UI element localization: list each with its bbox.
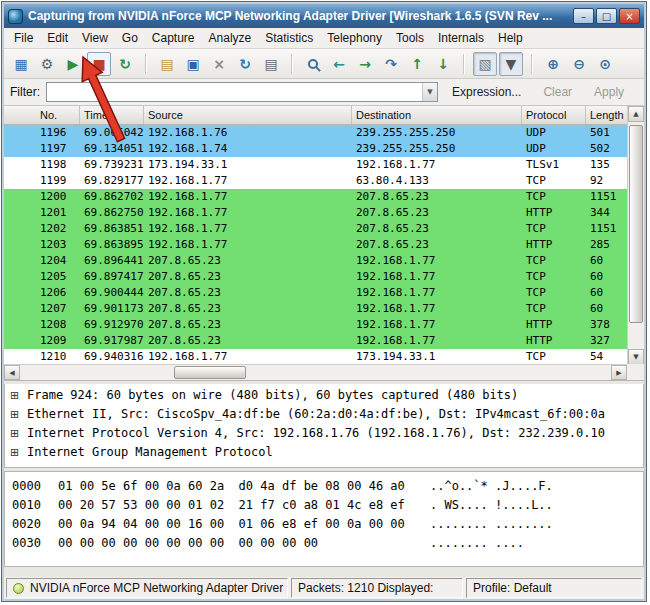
packet-row[interactable]: 120769.901173207.8.65.23192.168.1.77TCP6… [4,301,627,317]
menu-go[interactable]: Go [115,28,145,48]
window-title: Capturing from NVIDIA nForce MCP Network… [28,9,568,23]
horizontal-scrollbar-thumb[interactable] [174,366,246,379]
packet-list: No.TimeSourceDestinationProtocolLength 1… [4,106,644,381]
maximize-button[interactable]: □ [596,8,617,24]
packet-row[interactable]: 120869.912970207.8.65.23192.168.1.77HTTP… [4,317,627,333]
reload-capture-file-button[interactable]: ↻ [233,52,257,76]
packet-row[interactable]: 121069.940316192.168.1.77173.194.33.1TCP… [4,349,627,365]
cell-destination: 207.8.65.23 [352,205,522,221]
capture-options-button[interactable]: ⚙ [35,52,59,76]
title-bar[interactable]: Capturing from NVIDIA nForce MCP Network… [4,4,644,28]
go-to-top-button[interactable]: ↑ [405,52,429,76]
cell-time: 69.863851 [80,221,144,237]
save-capture-file-button[interactable]: ▣ [181,52,205,76]
minimize-button[interactable]: – [573,8,594,24]
scroll-down-icon[interactable]: ▼ [628,349,644,365]
go-back-button[interactable]: ← [327,52,351,76]
toolbar-separator [463,54,465,74]
filter-combo[interactable]: ▼ [46,82,438,102]
go-forward-button[interactable]: → [353,52,377,76]
apply-button[interactable]: Apply [586,83,632,101]
vertical-scrollbar-thumb[interactable] [629,125,643,323]
packet-row[interactable]: 119669.066042192.168.1.76239.255.255.250… [4,125,627,141]
column-header-protocol[interactable]: Protocol [522,106,586,124]
zoom-100-button[interactable]: ⊙ [593,52,617,76]
find-packet-button[interactable] [301,52,325,76]
go-to-packet-button[interactable]: ↷ [379,52,403,76]
packet-row[interactable]: 120669.900444207.8.65.23192.168.1.77TCP6… [4,285,627,301]
zoom-in-button[interactable]: ⊕ [541,52,565,76]
cell-no: 1204 [4,253,80,269]
packet-row[interactable]: 120369.863895192.168.1.77207.8.65.23HTTP… [4,237,627,253]
cell-destination: 63.80.4.133 [352,173,522,189]
expander-icon[interactable]: ⊞ [10,405,23,424]
menu-tools[interactable]: Tools [389,28,431,48]
hex-row[interactable]: 000001 00 5e 6f 00 0a 60 2a d0 4a df be … [12,477,636,496]
column-header-time[interactable]: Time [80,106,144,124]
expander-icon[interactable]: ⊞ [10,386,23,405]
menu-capture[interactable]: Capture [145,28,202,48]
clear-button[interactable]: Clear [535,83,580,101]
detail-line[interactable]: ⊞Ethernet II, Src: CiscoSpv_4a:df:be (60… [10,405,638,424]
column-header-source[interactable]: Source [144,106,352,124]
stop-capture-button[interactable]: ■ [87,52,111,76]
expander-icon[interactable]: ⊞ [10,424,23,443]
hex-offset: 0010 [12,496,58,515]
vertical-scrollbar[interactable]: ▲ ▼ [627,106,644,365]
close-capture-file-icon: × [213,57,225,71]
menu-help[interactable]: Help [491,28,530,48]
close-button[interactable]: × [619,8,640,24]
detail-line[interactable]: ⊞Internet Group Management Protocol [10,443,638,462]
menu-internals[interactable]: Internals [431,28,491,48]
menu-telephony[interactable]: Telephony [320,28,389,48]
auto-scroll-in-live-capture-button[interactable]: ▼ [499,52,523,76]
colorize-packet-list-button[interactable]: ▧ [473,52,497,76]
menu-edit[interactable]: Edit [40,28,75,48]
packet-row[interactable]: 120469.896441207.8.65.23192.168.1.77TCP6… [4,253,627,269]
capture-options-icon: ⚙ [41,57,54,71]
scroll-right-icon[interactable]: ▶ [611,365,627,380]
restart-capture-button[interactable]: ↻ [113,52,137,76]
detail-line[interactable]: ⊞Internet Protocol Version 4, Src: 192.1… [10,424,638,443]
list-interfaces-button[interactable]: ▦ [9,52,33,76]
scroll-left-icon[interactable]: ◀ [4,365,20,380]
column-header-no[interactable]: No. [4,106,80,124]
cell-time: 69.066042 [80,125,144,141]
packet-row[interactable]: 120969.917987207.8.65.23192.168.1.77HTTP… [4,333,627,349]
cell-protocol: TCP [522,349,586,365]
expander-icon[interactable]: ⊞ [10,443,23,462]
packet-row[interactable]: 120169.862750192.168.1.77207.8.65.23HTTP… [4,205,627,221]
packet-row[interactable]: 120569.897417207.8.65.23192.168.1.77TCP6… [4,269,627,285]
hex-row[interactable]: 001000 20 57 53 00 00 01 02 21 f7 c0 a8 … [12,496,636,515]
column-header-destination[interactable]: Destination [352,106,522,124]
cell-destination: 192.168.1.77 [352,317,522,333]
column-header-length[interactable]: Length [586,106,627,124]
filter-input[interactable] [47,84,422,100]
hex-row[interactable]: 003000 00 00 00 00 00 00 00 00 00 00 00.… [12,534,636,553]
expression-button[interactable]: Expression... [444,83,529,101]
start-capture-button[interactable]: ▶ [61,52,85,76]
zoom-out-button[interactable]: ⊖ [567,52,591,76]
close-capture-file-button[interactable]: × [207,52,231,76]
expert-info-icon[interactable] [13,583,24,594]
packet-row[interactable]: 119869.739231173.194.33.1192.168.1.77TLS… [4,157,627,173]
hex-row[interactable]: 002000 0a 94 04 00 00 16 00 01 06 e8 ef … [12,515,636,534]
packet-row[interactable]: 119969.829177192.168.1.7763.80.4.133TCP9… [4,173,627,189]
packet-row[interactable]: 120269.863851192.168.1.77207.8.65.23TCP1… [4,221,627,237]
cell-protocol: TCP [522,189,586,205]
scroll-up-icon[interactable]: ▲ [628,106,644,122]
cell-protocol: HTTP [522,205,586,221]
menu-analyze[interactable]: Analyze [202,28,259,48]
packet-row[interactable]: 120069.862702192.168.1.77207.8.65.23TCP1… [4,189,627,205]
menu-view[interactable]: View [75,28,115,48]
go-to-bottom-button[interactable]: ↓ [431,52,455,76]
open-capture-file-button[interactable]: ▤ [155,52,179,76]
horizontal-scrollbar[interactable]: ◀ ▶ [4,364,627,380]
menu-statistics[interactable]: Statistics [258,28,320,48]
cell-destination: 207.8.65.23 [352,189,522,205]
print-packets-button[interactable]: ▤ [259,52,283,76]
filter-dropdown-icon[interactable]: ▼ [422,83,437,101]
detail-line[interactable]: ⊞Frame 924: 60 bytes on wire (480 bits),… [10,386,638,405]
menu-file[interactable]: File [7,28,40,48]
packet-row[interactable]: 119769.134051192.168.1.74239.255.255.250… [4,141,627,157]
